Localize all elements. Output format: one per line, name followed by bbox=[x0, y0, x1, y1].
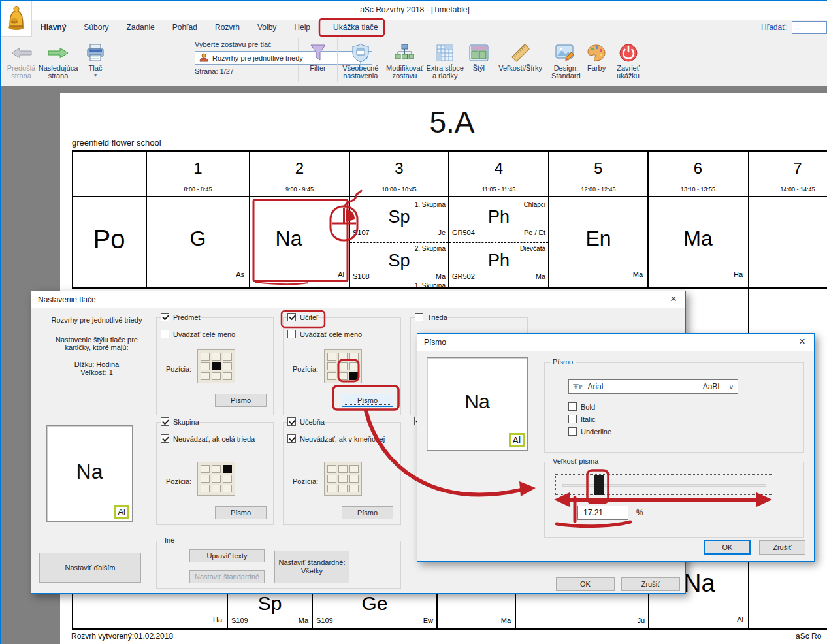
bold-row[interactable]: Bold bbox=[568, 402, 595, 411]
slider-thumb[interactable] bbox=[594, 475, 604, 495]
style-window-icon bbox=[469, 42, 489, 64]
trieda-label: Trieda bbox=[427, 314, 447, 321]
italic-checkbox[interactable] bbox=[568, 415, 577, 423]
menu-pohlad[interactable]: Pohľad bbox=[172, 23, 197, 32]
lesson-teacher: Ha bbox=[132, 616, 222, 624]
close-icon[interactable] bbox=[664, 292, 683, 306]
lesson-subject: Na bbox=[683, 570, 715, 598]
skupina-suppress-row[interactable]: Neuvádzať, ak celá trieda bbox=[161, 434, 255, 443]
modify-report-button[interactable]: Modifikovať zostavu bbox=[383, 38, 427, 81]
position-grid[interactable] bbox=[197, 462, 235, 496]
menu-volby[interactable]: Volby bbox=[257, 23, 276, 32]
skupina-font-button[interactable]: Písmo bbox=[215, 506, 267, 519]
chevron-down-icon[interactable]: ∨ bbox=[729, 383, 734, 391]
trieda-checkbox[interactable] bbox=[415, 313, 423, 321]
predmet-label: Predmet bbox=[173, 314, 201, 321]
school-name: greenfield flower school bbox=[72, 138, 161, 148]
app-logo[interactable]: asc bbox=[1, 1, 32, 37]
predmet-checkbox[interactable] bbox=[161, 313, 169, 321]
font-dialog-title: Písmo bbox=[424, 338, 446, 347]
menu-subory[interactable]: Súbory bbox=[84, 23, 108, 32]
predmet-fullname-row[interactable]: Uvádzať celé meno bbox=[161, 330, 235, 338]
period-number: 5 bbox=[549, 159, 648, 178]
menu-zadanie[interactable]: Zadanie bbox=[126, 23, 154, 32]
ucebna-checkbox-row[interactable]: Učebňa bbox=[287, 417, 325, 426]
search-label: Hľadať: bbox=[761, 23, 787, 32]
menu-ukazka-tlace[interactable]: Ukážka tlače bbox=[333, 23, 378, 32]
set-next-button[interactable]: Nastaviť ďalším bbox=[39, 553, 141, 583]
ine-group: Iné Upraviť texty Nastaviť štandardné Na… bbox=[156, 541, 401, 589]
suppress-checkbox[interactable] bbox=[161, 434, 169, 443]
ucitel-checkbox-row[interactable]: Učiteľ bbox=[287, 313, 318, 321]
print-button[interactable]: Tlač ▾ bbox=[78, 38, 112, 81]
size-info: Veľkosť: 1 bbox=[38, 368, 155, 376]
set-standard-all-button[interactable]: Nastaviť štandardné: Všetky bbox=[274, 551, 349, 583]
close-preview-button[interactable]: Zavrieť ukážku bbox=[609, 38, 647, 81]
lesson-subject: Sp bbox=[227, 592, 312, 615]
design-button[interactable]: Design: Standard bbox=[547, 38, 584, 81]
underline-checkbox[interactable] bbox=[568, 427, 577, 436]
edit-texts-button[interactable]: Upraviť texty bbox=[189, 549, 265, 562]
search-input[interactable] bbox=[792, 21, 827, 34]
font-size-input[interactable]: 17.21 bbox=[577, 506, 628, 520]
general-settings-button[interactable]: Všeobecné nastavenia bbox=[338, 38, 383, 81]
style-button[interactable]: Štýl bbox=[464, 38, 493, 81]
full-name-label: Uvádzať celé meno bbox=[300, 330, 362, 338]
menu-hlavny[interactable]: Hlavný bbox=[41, 23, 66, 32]
ucebna-suppress-row[interactable]: Neuvádzať, ak v kmeňovej bbox=[287, 434, 385, 443]
skupina-checkbox-row[interactable]: Skupina bbox=[161, 417, 199, 426]
print-dialog-title: Nastavenie tlače bbox=[38, 295, 96, 304]
font-dialog-titlebar[interactable]: Písmo bbox=[417, 334, 814, 351]
underline-row[interactable]: Underline bbox=[568, 427, 611, 436]
slider-groove bbox=[562, 484, 766, 487]
full-name-checkbox[interactable] bbox=[287, 330, 296, 338]
font-family-combobox[interactable]: Ŧr Arial AaBI ∨ bbox=[568, 379, 738, 394]
position-grid[interactable] bbox=[324, 462, 362, 496]
font-dialog-ok-button[interactable]: OK bbox=[704, 540, 751, 555]
colors-label: Farby bbox=[587, 64, 606, 72]
set-standard-button[interactable]: Nastaviť štandardné bbox=[189, 570, 265, 583]
colors-button[interactable]: Farby bbox=[584, 38, 609, 81]
lesson-subject: Ph bbox=[449, 207, 549, 227]
ucebna-checkbox[interactable] bbox=[287, 417, 296, 426]
design-image-icon bbox=[555, 42, 576, 64]
close-icon[interactable] bbox=[793, 334, 811, 349]
print-label: Tlač bbox=[89, 64, 103, 72]
suppress-checkbox[interactable] bbox=[287, 434, 296, 443]
position-grid[interactable] bbox=[324, 349, 362, 383]
full-name-checkbox[interactable] bbox=[161, 330, 169, 338]
menu-help[interactable]: Help bbox=[294, 23, 310, 32]
prev-page-button[interactable]: Predošlá strana bbox=[4, 38, 39, 81]
ucitel-checkbox[interactable] bbox=[287, 313, 296, 321]
print-dialog-ok-button[interactable]: OK bbox=[556, 577, 615, 591]
lesson-subject-selected[interactable]: Na bbox=[250, 227, 328, 251]
filter-button[interactable]: Filter bbox=[299, 38, 337, 81]
timetable-class-title: 5.A bbox=[328, 105, 576, 140]
next-page-button[interactable]: Nasledujúca strana bbox=[39, 38, 78, 81]
italic-row[interactable]: Italic bbox=[568, 415, 596, 423]
print-dialog-titlebar[interactable]: Nastavenie tlače bbox=[31, 291, 685, 308]
trieda-checkbox-row[interactable]: Trieda bbox=[415, 313, 447, 321]
ribbon-toolbar: Predošlá strana Nasledujúca strana bbox=[1, 35, 827, 86]
svg-text:asc: asc bbox=[11, 20, 17, 24]
position-label: Pozícia: bbox=[166, 477, 191, 485]
ucebna-group: Učebňa Neuvádzať, ak v kmeňovej Pozícia:… bbox=[283, 422, 401, 525]
position-label: Pozícia: bbox=[293, 365, 318, 373]
sizes-button[interactable]: Veľkosti/Šírky bbox=[493, 38, 548, 81]
ucitel-fullname-row[interactable]: Uvádzať celé meno bbox=[287, 330, 362, 338]
position-grid[interactable] bbox=[197, 349, 235, 383]
ucitel-font-button[interactable]: Písmo bbox=[342, 394, 393, 407]
predmet-checkbox-row[interactable]: Predmet bbox=[161, 313, 201, 321]
extra-columns-button[interactable]: Extra stĺpce a riadky bbox=[426, 38, 464, 81]
close-preview-label: Zavrieť ukážku bbox=[609, 64, 647, 80]
menu-rozvrh[interactable]: Rozvrh bbox=[215, 23, 240, 32]
font-dialog-cancel-button[interactable]: Zrušiť bbox=[759, 540, 805, 555]
predmet-font-button[interactable]: Písmo bbox=[215, 394, 267, 407]
lesson-teacher: Ew bbox=[312, 617, 433, 624]
filter-funnel-icon bbox=[309, 42, 327, 64]
font-size-slider[interactable] bbox=[555, 474, 773, 495]
bold-checkbox[interactable] bbox=[568, 402, 577, 411]
skupina-checkbox[interactable] bbox=[161, 417, 169, 426]
ucebna-font-button[interactable]: Písmo bbox=[342, 506, 393, 519]
print-dialog-cancel-button[interactable]: Zrušiť bbox=[621, 577, 680, 591]
